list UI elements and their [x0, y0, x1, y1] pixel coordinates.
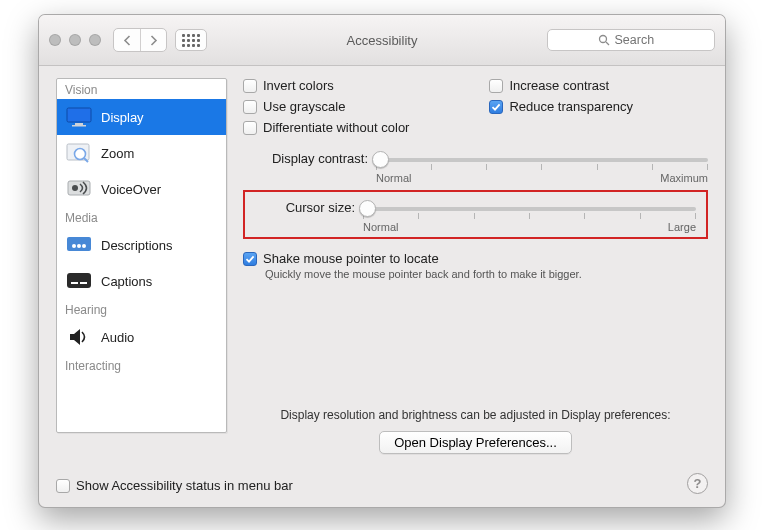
slider-label: Display contrast: — [243, 150, 368, 166]
checkbox-label: Increase contrast — [509, 78, 609, 93]
show-all-button[interactable] — [175, 29, 207, 51]
slider-knob[interactable] — [359, 200, 376, 217]
slider-row-contrast: Display contrast: Normal Maximum — [243, 150, 708, 184]
slider-ticks — [376, 164, 708, 170]
checkbox-icon — [489, 100, 503, 114]
checkbox-differentiate[interactable]: Differentiate without color — [243, 120, 409, 135]
body: Vision Display Zoom VoiceOver Media — [39, 66, 725, 507]
svg-rect-14 — [67, 273, 91, 288]
sidebar-item-descriptions[interactable]: Descriptions — [57, 227, 226, 263]
checkbox-icon — [243, 100, 257, 114]
help-icon: ? — [694, 476, 702, 491]
slider-knob[interactable] — [372, 151, 389, 168]
svg-point-12 — [77, 244, 81, 248]
slider-row-cursor: Cursor size: Normal Large — [255, 199, 696, 233]
grid-icon — [182, 34, 200, 47]
checkbox-label: Invert colors — [263, 78, 334, 93]
display-icon — [65, 105, 93, 129]
sidebar-item-label: Descriptions — [101, 238, 173, 253]
sidebar-item-voiceover[interactable]: VoiceOver — [57, 171, 226, 207]
minimize-icon[interactable] — [69, 34, 81, 46]
slider-min-label: Normal — [376, 172, 411, 184]
slider-max-label: Large — [668, 221, 696, 233]
checkbox-show-in-menubar[interactable]: Show Accessibility status in menu bar — [56, 478, 293, 493]
svg-point-6 — [75, 149, 86, 160]
svg-point-0 — [599, 36, 606, 43]
forward-button[interactable] — [140, 29, 166, 51]
audio-icon — [65, 325, 93, 349]
slider-min-label: Normal — [363, 221, 398, 233]
help-button[interactable]: ? — [687, 473, 708, 494]
cursor-size-slider[interactable]: Normal Large — [363, 199, 696, 233]
search-input[interactable] — [615, 33, 665, 47]
checkbox-label: Show Accessibility status in menu bar — [76, 478, 293, 493]
shake-section: Shake mouse pointer to locate Quickly mo… — [243, 251, 708, 280]
checkbox-invert-colors[interactable]: Invert colors — [243, 78, 409, 93]
sidebar-item-audio[interactable]: Audio — [57, 319, 226, 355]
footer-message: Display resolution and brightness can be… — [243, 408, 708, 422]
sidebar-item-zoom[interactable]: Zoom — [57, 135, 226, 171]
display-contrast-slider[interactable]: Normal Maximum — [376, 150, 708, 184]
svg-line-1 — [606, 42, 609, 45]
settings-panel: Invert colors Use grayscale Differentiat… — [243, 78, 708, 473]
footer: Display resolution and brightness can be… — [243, 408, 708, 454]
sidebar-item-label: Captions — [101, 274, 152, 289]
slider-track — [363, 207, 696, 211]
checkbox-use-grayscale[interactable]: Use grayscale — [243, 99, 409, 114]
traffic-lights — [49, 34, 101, 46]
checkbox-shake-pointer[interactable]: Shake mouse pointer to locate — [243, 251, 708, 266]
close-icon[interactable] — [49, 34, 61, 46]
checkbox-columns: Invert colors Use grayscale Differentiat… — [243, 78, 708, 135]
shake-description: Quickly move the mouse pointer back and … — [265, 268, 708, 280]
slider-max-label: Maximum — [660, 172, 708, 184]
group-label-vision: Vision — [57, 79, 226, 99]
group-label-media: Media — [57, 207, 226, 227]
checkbox-icon — [56, 479, 70, 493]
sidebar-item-captions[interactable]: Captions — [57, 263, 226, 299]
svg-rect-2 — [67, 108, 91, 122]
sidebar-item-label: Display — [101, 110, 144, 125]
svg-rect-4 — [72, 125, 86, 127]
open-display-preferences-button[interactable]: Open Display Preferences... — [379, 431, 572, 454]
checkbox-icon — [243, 252, 257, 266]
sidebar-item-label: Audio — [101, 330, 134, 345]
svg-point-9 — [72, 185, 78, 191]
checkbox-icon — [243, 79, 257, 93]
sidebar-item-label: Zoom — [101, 146, 134, 161]
checkbox-icon — [489, 79, 503, 93]
checkbox-label: Shake mouse pointer to locate — [263, 251, 439, 266]
window: Accessibility Vision Display Zoom — [38, 14, 726, 508]
search-field[interactable] — [547, 29, 715, 51]
nav-segment — [113, 28, 167, 52]
svg-rect-15 — [71, 282, 78, 284]
svg-point-11 — [72, 244, 76, 248]
slider-label: Cursor size: — [255, 199, 355, 215]
checkbox-icon — [243, 121, 257, 135]
checkbox-increase-contrast[interactable]: Increase contrast — [489, 78, 633, 93]
svg-rect-3 — [75, 123, 83, 125]
titlebar: Accessibility — [39, 15, 725, 66]
back-button[interactable] — [114, 29, 140, 51]
slider-ticks — [363, 213, 696, 219]
cursor-size-highlight: Cursor size: Normal Large — [243, 190, 708, 239]
sidebar: Vision Display Zoom VoiceOver Media — [56, 78, 227, 433]
checkbox-label: Differentiate without color — [263, 120, 409, 135]
group-label-interacting: Interacting — [57, 355, 226, 375]
window-title: Accessibility — [347, 33, 418, 48]
slider-track — [376, 158, 708, 162]
zoom-window-icon[interactable] — [89, 34, 101, 46]
search-icon — [598, 34, 610, 46]
voiceover-icon — [65, 177, 93, 201]
zoom-icon — [65, 141, 93, 165]
sidebar-item-label: VoiceOver — [101, 182, 161, 197]
checkbox-label: Reduce transparency — [509, 99, 633, 114]
sidebar-item-display[interactable]: Display — [57, 99, 226, 135]
checkbox-label: Use grayscale — [263, 99, 345, 114]
captions-icon — [65, 269, 93, 293]
svg-rect-16 — [80, 282, 87, 284]
svg-point-13 — [82, 244, 86, 248]
checkbox-reduce-transparency[interactable]: Reduce transparency — [489, 99, 633, 114]
group-label-hearing: Hearing — [57, 299, 226, 319]
descriptions-icon — [65, 233, 93, 257]
